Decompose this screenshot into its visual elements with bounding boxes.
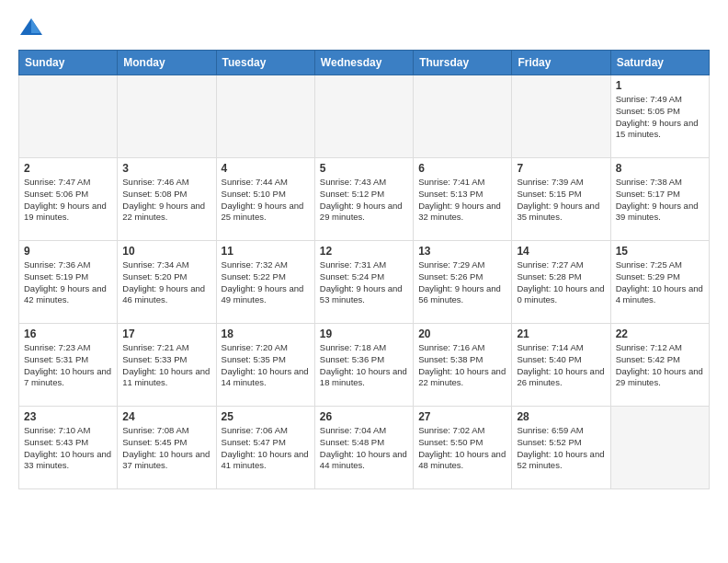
calendar-cell: 4Sunrise: 7:44 AM Sunset: 5:10 PM Daylig… (216, 158, 314, 241)
weekday-header-saturday: Saturday (610, 51, 709, 75)
header (18, 15, 710, 40)
calendar-cell: 19Sunrise: 7:18 AM Sunset: 5:36 PM Dayli… (314, 324, 413, 407)
weekday-header-tuesday: Tuesday (216, 51, 314, 75)
day-number: 25 (222, 410, 310, 423)
calendar-cell (19, 75, 118, 158)
calendar-cell: 25Sunrise: 7:06 AM Sunset: 5:47 PM Dayli… (216, 407, 314, 489)
week-row-4: 23Sunrise: 7:10 AM Sunset: 5:43 PM Dayli… (19, 407, 710, 489)
day-info: Sunrise: 7:41 AM Sunset: 5:13 PM Dayligh… (418, 177, 506, 224)
calendar-cell: 24Sunrise: 7:08 AM Sunset: 5:45 PM Dayli… (118, 407, 216, 489)
day-info: Sunrise: 7:08 AM Sunset: 5:45 PM Dayligh… (122, 425, 210, 472)
day-info: Sunrise: 7:43 AM Sunset: 5:12 PM Dayligh… (320, 177, 408, 224)
day-number: 12 (320, 245, 408, 258)
page: SundayMondayTuesdayWednesdayThursdayFrid… (0, 0, 728, 504)
calendar-cell (610, 407, 709, 489)
logo-icon (18, 15, 44, 40)
day-info: Sunrise: 7:31 AM Sunset: 5:24 PM Dayligh… (320, 259, 408, 306)
day-number: 17 (122, 327, 210, 340)
day-number: 24 (122, 410, 210, 423)
weekday-header-friday: Friday (512, 51, 610, 75)
calendar-cell: 2Sunrise: 7:47 AM Sunset: 5:06 PM Daylig… (19, 158, 118, 241)
calendar-cell: 23Sunrise: 7:10 AM Sunset: 5:43 PM Dayli… (19, 407, 118, 489)
day-info: Sunrise: 7:38 AM Sunset: 5:17 PM Dayligh… (616, 177, 704, 224)
calendar-cell: 7Sunrise: 7:39 AM Sunset: 5:15 PM Daylig… (512, 158, 610, 241)
day-number: 6 (418, 162, 506, 175)
day-info: Sunrise: 7:34 AM Sunset: 5:20 PM Dayligh… (122, 259, 210, 306)
logo (18, 15, 48, 40)
day-info: Sunrise: 7:49 AM Sunset: 5:05 PM Dayligh… (616, 94, 704, 141)
calendar-cell: 14Sunrise: 7:27 AM Sunset: 5:28 PM Dayli… (512, 241, 610, 324)
day-number: 9 (24, 245, 112, 258)
calendar-cell: 10Sunrise: 7:34 AM Sunset: 5:20 PM Dayli… (118, 241, 216, 324)
day-info: Sunrise: 7:18 AM Sunset: 5:36 PM Dayligh… (320, 342, 408, 389)
weekday-header-monday: Monday (118, 51, 216, 75)
day-number: 20 (418, 327, 506, 340)
day-info: Sunrise: 6:59 AM Sunset: 5:52 PM Dayligh… (517, 425, 605, 472)
calendar-cell: 17Sunrise: 7:21 AM Sunset: 5:33 PM Dayli… (118, 324, 216, 407)
calendar-cell: 18Sunrise: 7:20 AM Sunset: 5:35 PM Dayli… (216, 324, 314, 407)
day-info: Sunrise: 7:39 AM Sunset: 5:15 PM Dayligh… (517, 177, 605, 224)
calendar-cell: 26Sunrise: 7:04 AM Sunset: 5:48 PM Dayli… (314, 407, 413, 489)
day-number: 7 (517, 162, 605, 175)
calendar-cell (512, 75, 610, 158)
day-number: 15 (616, 245, 704, 258)
day-number: 4 (222, 162, 310, 175)
calendar-cell: 12Sunrise: 7:31 AM Sunset: 5:24 PM Dayli… (314, 241, 413, 324)
calendar-cell (118, 75, 216, 158)
calendar-cell: 8Sunrise: 7:38 AM Sunset: 5:17 PM Daylig… (610, 158, 709, 241)
calendar-cell: 11Sunrise: 7:32 AM Sunset: 5:22 PM Dayli… (216, 241, 314, 324)
day-info: Sunrise: 7:20 AM Sunset: 5:35 PM Dayligh… (222, 342, 310, 389)
day-info: Sunrise: 7:04 AM Sunset: 5:48 PM Dayligh… (320, 425, 408, 472)
calendar-cell: 3Sunrise: 7:46 AM Sunset: 5:08 PM Daylig… (118, 158, 216, 241)
day-info: Sunrise: 7:29 AM Sunset: 5:26 PM Dayligh… (418, 259, 506, 306)
calendar-cell: 22Sunrise: 7:12 AM Sunset: 5:42 PM Dayli… (610, 324, 709, 407)
day-number: 11 (222, 245, 310, 258)
day-info: Sunrise: 7:14 AM Sunset: 5:40 PM Dayligh… (517, 342, 605, 389)
day-number: 16 (24, 327, 112, 340)
day-info: Sunrise: 7:12 AM Sunset: 5:42 PM Dayligh… (616, 342, 704, 389)
week-row-3: 16Sunrise: 7:23 AM Sunset: 5:31 PM Dayli… (19, 324, 710, 407)
day-info: Sunrise: 7:46 AM Sunset: 5:08 PM Dayligh… (122, 177, 210, 224)
day-number: 5 (320, 162, 408, 175)
calendar-cell: 6Sunrise: 7:41 AM Sunset: 5:13 PM Daylig… (414, 158, 512, 241)
day-number: 21 (517, 327, 605, 340)
calendar-cell: 20Sunrise: 7:16 AM Sunset: 5:38 PM Dayli… (414, 324, 512, 407)
calendar-cell (314, 75, 413, 158)
day-info: Sunrise: 7:02 AM Sunset: 5:50 PM Dayligh… (418, 425, 506, 472)
week-row-2: 9Sunrise: 7:36 AM Sunset: 5:19 PM Daylig… (19, 241, 710, 324)
calendar-cell: 15Sunrise: 7:25 AM Sunset: 5:29 PM Dayli… (610, 241, 709, 324)
day-info: Sunrise: 7:16 AM Sunset: 5:38 PM Dayligh… (418, 342, 506, 389)
calendar-cell: 13Sunrise: 7:29 AM Sunset: 5:26 PM Dayli… (414, 241, 512, 324)
calendar-cell (414, 75, 512, 158)
calendar-cell: 5Sunrise: 7:43 AM Sunset: 5:12 PM Daylig… (314, 158, 413, 241)
week-row-0: 1Sunrise: 7:49 AM Sunset: 5:05 PM Daylig… (19, 75, 710, 158)
day-number: 14 (517, 245, 605, 258)
calendar-cell: 28Sunrise: 6:59 AM Sunset: 5:52 PM Dayli… (512, 407, 610, 489)
calendar-table: SundayMondayTuesdayWednesdayThursdayFrid… (18, 50, 710, 489)
calendar-cell: 1Sunrise: 7:49 AM Sunset: 5:05 PM Daylig… (610, 75, 709, 158)
day-number: 3 (122, 162, 210, 175)
calendar-cell: 16Sunrise: 7:23 AM Sunset: 5:31 PM Dayli… (19, 324, 118, 407)
weekday-header-sunday: Sunday (19, 51, 118, 75)
week-row-1: 2Sunrise: 7:47 AM Sunset: 5:06 PM Daylig… (19, 158, 710, 241)
weekday-header-thursday: Thursday (414, 51, 512, 75)
day-number: 13 (418, 245, 506, 258)
day-info: Sunrise: 7:36 AM Sunset: 5:19 PM Dayligh… (24, 259, 112, 306)
day-number: 22 (616, 327, 704, 340)
calendar-cell: 9Sunrise: 7:36 AM Sunset: 5:19 PM Daylig… (19, 241, 118, 324)
day-number: 18 (222, 327, 310, 340)
day-info: Sunrise: 7:27 AM Sunset: 5:28 PM Dayligh… (517, 259, 605, 306)
day-number: 19 (320, 327, 408, 340)
day-info: Sunrise: 7:23 AM Sunset: 5:31 PM Dayligh… (24, 342, 112, 389)
day-number: 26 (320, 410, 408, 423)
day-number: 10 (122, 245, 210, 258)
day-number: 23 (24, 410, 112, 423)
calendar-cell: 21Sunrise: 7:14 AM Sunset: 5:40 PM Dayli… (512, 324, 610, 407)
day-info: Sunrise: 7:32 AM Sunset: 5:22 PM Dayligh… (222, 259, 310, 306)
day-info: Sunrise: 7:25 AM Sunset: 5:29 PM Dayligh… (616, 259, 704, 306)
day-number: 27 (418, 410, 506, 423)
day-number: 2 (24, 162, 112, 175)
day-number: 28 (517, 410, 605, 423)
day-number: 1 (616, 79, 704, 92)
day-info: Sunrise: 7:44 AM Sunset: 5:10 PM Dayligh… (222, 177, 310, 224)
